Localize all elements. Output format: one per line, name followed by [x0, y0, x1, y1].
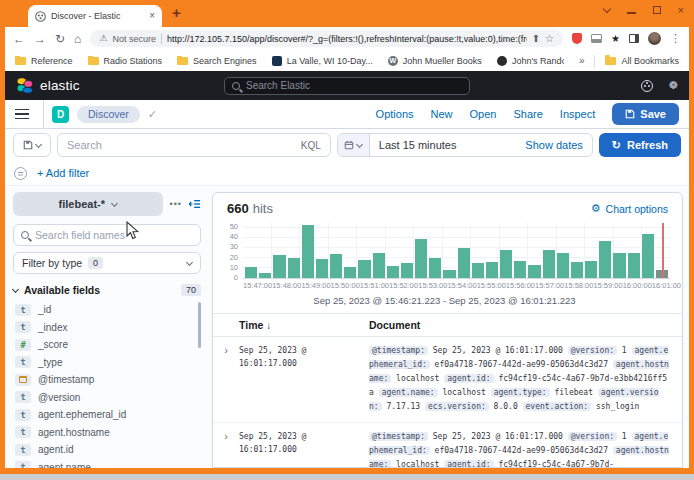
sidebar-field[interactable]: tagent.ephemeral_id	[13, 406, 201, 424]
top-nav-link-share[interactable]: Share	[513, 108, 542, 120]
screenshot-extension-icon[interactable]	[591, 34, 602, 43]
breadcrumb[interactable]: Discover	[77, 106, 140, 123]
maximize-button[interactable]	[653, 6, 661, 14]
pinned-extension-icon[interactable]: ★	[611, 34, 620, 44]
sidebar-field[interactable]: t_id	[13, 301, 201, 319]
alerts-bell-icon[interactable]: ❁	[669, 80, 678, 91]
index-pattern-select[interactable]: filebeat-*	[13, 192, 163, 216]
field-list-scrollbar[interactable]	[198, 302, 201, 348]
histogram-bar[interactable]	[543, 250, 555, 278]
browser-menu-icon[interactable]: ⋮	[670, 33, 681, 44]
side-panel-icon[interactable]	[629, 34, 639, 43]
document-row[interactable]: ›Sep 25, 2023 @ 16:01:17.000@timestamp: …	[213, 337, 682, 423]
not-secure-warning-icon[interactable]: ⚠	[99, 34, 107, 43]
field-search-input[interactable]	[35, 229, 193, 241]
histogram-bar[interactable]	[330, 254, 342, 278]
saved-query-menu-button[interactable]	[13, 133, 51, 157]
histogram-bar[interactable]	[458, 248, 470, 278]
tab-close-icon[interactable]: ×	[149, 11, 155, 21]
sidebar-field[interactable]: t_index	[13, 319, 201, 337]
index-pattern-more-icon[interactable]: •••	[170, 199, 182, 209]
forward-icon[interactable]: →	[34, 33, 46, 45]
histogram-bar[interactable]	[514, 261, 526, 278]
histogram-bar[interactable]	[486, 262, 498, 278]
bookmark-item[interactable]: Radio Stations	[88, 56, 163, 66]
histogram-bar[interactable]	[259, 273, 271, 278]
histogram-bar[interactable]	[415, 239, 427, 278]
nav-menu-icon[interactable]	[15, 109, 29, 120]
tab-search-chevron-icon[interactable]	[602, 4, 610, 12]
histogram-bar[interactable]	[373, 253, 385, 278]
share-page-icon[interactable]: ⬆	[532, 34, 540, 44]
time-column-header[interactable]: Time ↓	[239, 319, 369, 331]
sidebar-field[interactable]: @timestamp	[13, 371, 201, 389]
all-bookmarks-button[interactable]: All Bookmarks	[605, 56, 679, 66]
back-icon[interactable]: ←	[13, 33, 25, 45]
browser-tab[interactable]: Discover - Elastic ×	[28, 5, 162, 27]
histogram-bar[interactable]	[642, 234, 654, 278]
bookmark-item[interactable]: WJohn Mueller Books	[388, 56, 482, 66]
top-nav-link-inspect[interactable]: Inspect	[560, 108, 595, 120]
histogram-bar[interactable]	[472, 263, 484, 278]
histogram-bar[interactable]	[387, 266, 399, 278]
histogram-bar[interactable]	[429, 258, 441, 278]
field-search[interactable]	[13, 224, 201, 246]
collapse-sidebar-icon[interactable]	[189, 199, 201, 209]
date-picker-menu-button[interactable]	[338, 134, 370, 156]
top-nav-link-new[interactable]: New	[431, 108, 453, 120]
security-label[interactable]: Not secure	[112, 34, 156, 44]
space-badge[interactable]: D	[52, 106, 69, 123]
address-bar[interactable]: ⚠ Not secure http://172.105.7.150/app/di…	[90, 30, 563, 47]
histogram-bar[interactable]	[500, 250, 512, 278]
histogram-bar[interactable]	[585, 261, 597, 278]
minimize-button[interactable]	[627, 12, 636, 14]
histogram-bar[interactable]	[557, 253, 569, 278]
bookmark-item[interactable]: Reference	[15, 56, 73, 66]
bookmark-star-icon[interactable]: ☆	[545, 34, 554, 44]
histogram-bar[interactable]	[273, 255, 285, 278]
document-row[interactable]: ›Sep 25, 2023 @ 16:01:17.000@timestamp: …	[213, 423, 682, 467]
histogram-bar[interactable]	[571, 262, 583, 278]
histogram-bar[interactable]	[245, 267, 257, 278]
filter-options-icon[interactable]	[14, 167, 27, 180]
chart-plot-area[interactable]	[243, 223, 670, 279]
top-nav-link-options[interactable]: Options	[376, 108, 414, 120]
sidebar-field[interactable]: tagent.id	[13, 441, 201, 459]
reload-icon[interactable]: ↻	[55, 33, 65, 45]
time-range-value[interactable]: Last 15 minutes	[370, 139, 526, 151]
histogram-bar[interactable]	[302, 225, 314, 278]
histogram-bar[interactable]	[443, 270, 455, 278]
available-fields-header[interactable]: Available fields 70	[13, 284, 201, 296]
histogram-bar[interactable]	[344, 267, 356, 278]
refresh-button[interactable]: ↻ Refresh	[599, 133, 681, 157]
home-icon[interactable]: ⌂	[74, 33, 81, 45]
privacy-shield-extension-icon[interactable]	[572, 33, 582, 44]
sidebar-field[interactable]: t_type	[13, 354, 201, 372]
expand-row-icon[interactable]: ›	[213, 430, 239, 467]
global-search-input[interactable]	[246, 80, 462, 91]
bookmark-item[interactable]: La Valle, WI 10-Day...	[272, 56, 373, 66]
help-cluster-icon[interactable]	[641, 80, 653, 92]
chart-options-button[interactable]: ⚙ Chart options	[591, 203, 668, 215]
add-filter-button[interactable]: + Add filter	[37, 167, 89, 179]
kql-label[interactable]: KQL	[301, 140, 321, 151]
expand-row-icon[interactable]: ›	[213, 344, 239, 414]
histogram-bar[interactable]	[401, 263, 413, 278]
sidebar-field[interactable]: tagent.name	[13, 459, 201, 469]
new-tab-button[interactable]: +	[172, 4, 181, 21]
close-window-button[interactable]: ×	[678, 5, 684, 16]
sort-descending-icon[interactable]: ↓	[266, 320, 271, 331]
bookmarks-overflow-icon[interactable]: »	[579, 55, 585, 66]
url-text[interactable]: http://172.105.7.150/app/discover#/?_g=(…	[167, 34, 527, 44]
bookmark-item[interactable]: Search Engines	[177, 56, 257, 66]
sidebar-field[interactable]: tagent.hostname	[13, 424, 201, 442]
histogram-bar[interactable]	[528, 265, 540, 278]
global-search[interactable]	[224, 77, 470, 95]
histogram-bar[interactable]	[599, 241, 611, 278]
histogram-bar[interactable]	[316, 259, 328, 278]
histogram-bar[interactable]	[628, 253, 640, 278]
histogram-bar[interactable]	[288, 258, 300, 278]
kql-query-input-wrap[interactable]: KQL	[57, 133, 331, 157]
save-button[interactable]: Save	[612, 103, 679, 125]
top-nav-link-open[interactable]: Open	[470, 108, 497, 120]
